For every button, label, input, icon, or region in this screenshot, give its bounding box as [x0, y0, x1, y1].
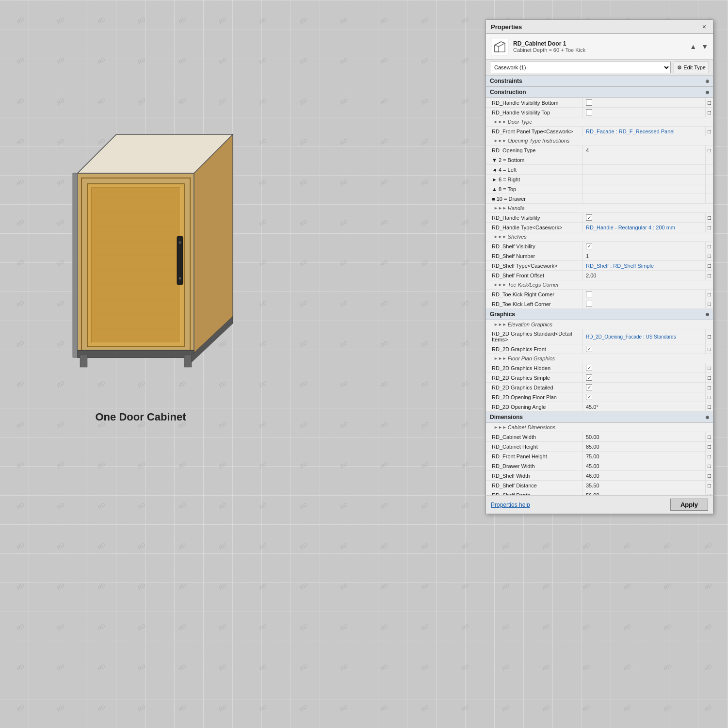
prop-name: RD_Drawer Width	[486, 461, 583, 470]
subheader-opening-type-instructions: Opening Type Instructions	[486, 136, 713, 146]
element-info: RD_Cabinet Door 1 Cabinet Depth = 60 + T…	[513, 40, 685, 53]
prop-value[interactable]: 85.00	[583, 442, 705, 451]
svg-marker-29	[495, 42, 505, 52]
prop-value[interactable]: RD_2D_Opening_Facade : US Standards	[583, 329, 705, 344]
prop-value[interactable]: RD_Shelf : RD_Shelf Simple	[583, 261, 705, 270]
prop-value	[583, 184, 705, 194]
prop-value[interactable]: 56.00	[583, 490, 705, 495]
prop-btn: □	[705, 383, 713, 392]
prop-value[interactable]: 2.00	[583, 271, 705, 280]
prop-value[interactable]: RD_Facade : RD_F_Recessed Panel	[583, 127, 705, 136]
prop-name: RD_Shelf Width	[486, 471, 583, 480]
apply-button[interactable]: Apply	[670, 499, 708, 511]
prop-btn: □	[705, 146, 713, 155]
properties-help-link[interactable]: Properties help	[491, 502, 530, 508]
edit-type-button[interactable]: ⚙ Edit Type	[674, 62, 709, 73]
prop-btn: □	[705, 108, 713, 117]
table-row: RD_2D Graphics Hidden □	[486, 363, 713, 373]
checkbox-2d-detailed[interactable]	[586, 384, 592, 390]
prop-name: RD_Cabinet Height	[486, 442, 583, 451]
table-row: RD_2D Graphics Simple □	[486, 373, 713, 383]
table-row: RD_Handle Visibility Top □	[486, 108, 713, 117]
prop-value[interactable]: 1	[583, 251, 705, 260]
collapse-dimensions[interactable]: ⊕	[705, 415, 709, 420]
svg-point-21	[179, 242, 181, 244]
collapse-graphics[interactable]: ⊕	[705, 312, 709, 317]
svg-marker-23	[73, 173, 78, 357]
prop-value[interactable]: 45.00	[583, 461, 705, 470]
element-name: RD_Cabinet Door 1	[513, 40, 685, 47]
prop-btn	[705, 155, 713, 164]
checkbox-2d-simple[interactable]	[586, 374, 592, 381]
table-row: ◄ 4 = Left	[486, 165, 713, 175]
checkbox-handle-vis-top[interactable]	[586, 109, 592, 115]
scroll-down-button[interactable]: ▼	[701, 43, 708, 50]
table-row: RD_Handle Visibility □	[486, 213, 713, 223]
svg-point-22	[179, 277, 181, 280]
table-row: RD_Front Panel Height 75.00 □	[486, 452, 713, 461]
checkbox-handle-vis-bottom[interactable]	[586, 99, 592, 106]
collapse-construction[interactable]: ⊕	[705, 90, 709, 95]
checkbox-2d-hidden[interactable]	[586, 365, 592, 371]
scroll-up-button[interactable]: ▲	[690, 43, 696, 50]
element-icon	[491, 38, 508, 55]
collapse-constraints[interactable]: ⊕	[705, 79, 709, 84]
prop-name: RD_2D Graphics Hidden	[486, 363, 583, 372]
prop-btn: □	[705, 127, 713, 136]
prop-btn: □	[705, 373, 713, 382]
prop-value	[583, 392, 705, 402]
prop-value	[583, 165, 705, 174]
prop-name: ► 6 = Right	[486, 175, 583, 184]
prop-btn: □	[705, 392, 713, 402]
checkbox-2d-graphics-front[interactable]	[586, 346, 592, 352]
checkbox-2d-opening-floor-plan[interactable]	[586, 394, 592, 400]
subheader-shelves: Shelves	[486, 232, 713, 242]
prop-value[interactable]: 4	[583, 146, 705, 155]
table-row: RD_Cabinet Width 50.00 □	[486, 432, 713, 442]
prop-value[interactable]: 35.50	[583, 481, 705, 490]
prop-btn: □	[705, 223, 713, 232]
prop-name: RD_Handle Visibility	[486, 213, 583, 222]
table-row: RD_Shelf Depth 56.00 □	[486, 490, 713, 495]
prop-name: RD_Shelf Distance	[486, 481, 583, 490]
prop-value	[583, 175, 705, 184]
subheader-door-type: Door Type	[486, 117, 713, 127]
category-select[interactable]: Casework (1)	[490, 62, 671, 73]
prop-btn	[705, 194, 713, 203]
close-button[interactable]: ×	[700, 23, 708, 31]
prop-name: RD_Opening Type	[486, 146, 583, 155]
prop-value[interactable]: 75.00	[583, 452, 705, 461]
svg-rect-27	[184, 355, 192, 367]
element-desc: Cabinet Depth = 60 + Toe Kick	[513, 47, 685, 53]
table-row: ▲ 8 = Top	[486, 184, 713, 194]
table-row: RD_2D Graphics Detailed □	[486, 383, 713, 392]
prop-name: RD_2D Graphics Front	[486, 344, 583, 354]
svg-marker-30	[495, 42, 505, 47]
prop-value[interactable]: 45.0°	[583, 402, 705, 411]
table-row: RD_Shelf Visibility □	[486, 242, 713, 251]
panel-titlebar: Properties ×	[486, 20, 713, 34]
section-constraints: Constraints ⊕	[486, 76, 713, 87]
prop-value[interactable]: 50.00	[583, 432, 705, 441]
prop-value	[583, 299, 705, 308]
properties-scroll-area[interactable]: Constraints ⊕ Construction ⊕ RD_Handle V…	[486, 76, 713, 495]
edit-type-icon: ⚙	[677, 65, 682, 71]
table-row: RD_Opening Type 4 □	[486, 146, 713, 155]
prop-value[interactable]: RD_Handle - Rectangular 4 : 200 mm	[583, 223, 705, 232]
checkbox-toe-kick-right[interactable]	[586, 291, 592, 297]
checkbox-handle-visibility[interactable]	[586, 214, 592, 221]
cabinet-icon-svg	[492, 39, 507, 54]
prop-value	[583, 363, 705, 372]
prop-value	[583, 242, 705, 251]
checkbox-shelf-visibility[interactable]	[586, 243, 592, 249]
prop-btn: □	[705, 402, 713, 411]
table-row: ■ 10 = Drawer	[486, 194, 713, 204]
prop-value	[583, 383, 705, 392]
prop-btn: □	[705, 490, 713, 495]
prop-name: RD_2D Graphics Simple	[486, 373, 583, 382]
checkbox-toe-kick-left[interactable]	[586, 301, 592, 307]
prop-name: RD_Shelf Front Offset	[486, 271, 583, 280]
section-dimensions: Dimensions ⊕	[486, 412, 713, 423]
prop-value[interactable]: 46.00	[583, 471, 705, 480]
table-row: RD_Handle Visibility Bottom □	[486, 98, 713, 108]
